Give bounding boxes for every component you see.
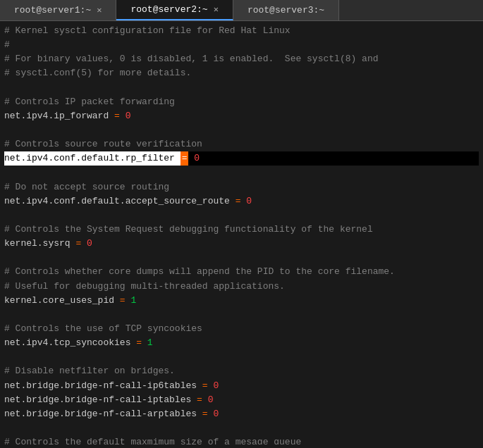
comment-line: # sysctl.conf(5) for more details. (4, 66, 479, 80)
tab-server1-close[interactable]: ✕ (97, 5, 102, 15)
comment-line: # Kernel sysctl configuration file for R… (4, 24, 479, 38)
tab-server1[interactable]: root@server1:~ ✕ (0, 0, 116, 20)
tab-server2-close[interactable]: ✕ (214, 4, 219, 15)
tab-server3-label: root@server3:~ (247, 5, 324, 15)
empty-line (4, 251, 479, 265)
comment-line: # Controls the use of TCP syncookies (4, 322, 479, 336)
keyval-line: kernel.sysrq = 0 (4, 237, 479, 251)
empty-line (4, 123, 479, 137)
comment-line: # (4, 38, 479, 52)
empty-line (4, 209, 479, 223)
empty-line (4, 308, 479, 322)
empty-line (4, 81, 479, 95)
comment-line: # Controls the System Request debugging … (4, 223, 479, 237)
tab-server3[interactable]: root@server3:~ (233, 0, 339, 20)
comment-line: # Useful for debugging multi-threaded ap… (4, 280, 479, 294)
comment-line: # For binary values, 0 is disabled, 1 is… (4, 52, 479, 66)
tab-server2-label: root@server2:~ (130, 4, 207, 15)
comment-line: # Disable netfilter on bridges. (4, 364, 479, 378)
tab-bar: root@server1:~ ✕ root@server2:~ ✕ root@s… (0, 0, 483, 21)
keyval-line: net.bridge.bridge-nf-call-iptables = 0 (4, 393, 479, 407)
tab-server2[interactable]: root@server2:~ ✕ (116, 0, 233, 20)
comment-line: # Do not accept source routing (4, 180, 479, 194)
empty-line (4, 166, 479, 180)
keyval-line: net.ipv4.tcp_syncookies = 1 (4, 336, 479, 350)
empty-line (4, 421, 479, 435)
terminal-content: # Kernel sysctl configuration file for R… (0, 21, 483, 444)
keyval-highlight-line: net.ipv4.conf.default.rp_filter = 0 (4, 151, 479, 166)
keyval-line: net.ipv4.ip_forward = 0 (4, 109, 479, 123)
keyval-line: kernel.core_uses_pid = 1 (4, 294, 479, 308)
keyval-line: net.bridge.bridge-nf-call-arptables = 0 (4, 407, 479, 421)
comment-line: # Controls whether core dumps will appen… (4, 265, 479, 279)
comment-line: # Controls the default maxmimum size of … (4, 435, 479, 444)
tab-server1-label: root@server1:~ (14, 5, 91, 15)
comment-line: # Controls IP packet forwarding (4, 95, 479, 109)
keyval-line: net.bridge.bridge-nf-call-ip6tables = 0 (4, 379, 479, 393)
comment-line: # Controls source route verification (4, 137, 479, 151)
empty-line (4, 350, 479, 364)
keyval-line: net.ipv4.conf.default.accept_source_rout… (4, 194, 479, 209)
